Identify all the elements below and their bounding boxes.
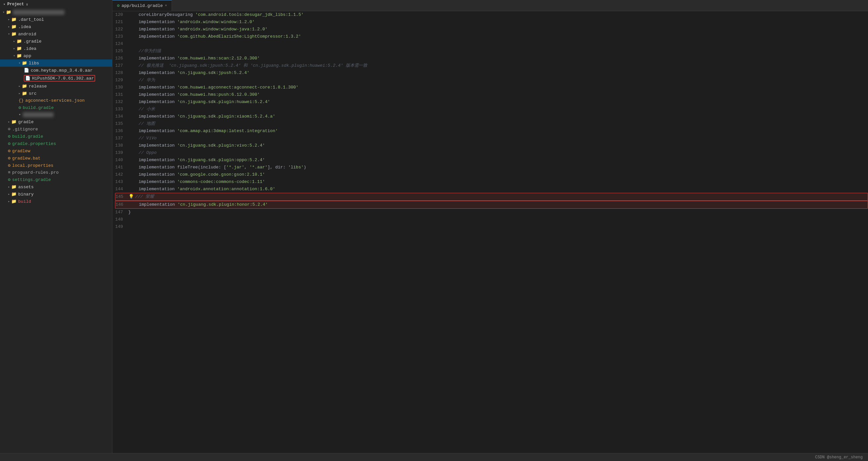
tree-item-label: app [24, 54, 31, 59]
tree-item-label: src [29, 91, 36, 96]
folder-expand-icon: ▸ [8, 199, 10, 203]
tree-item-idea_root[interactable]: ▸📁.idea [0, 23, 112, 30]
line-content: implementation 'cn.jiguang.sdk.plugin:ho… [129, 201, 868, 208]
tree-item-gradle_android[interactable]: ▸📁.gradle [0, 38, 112, 45]
status-bar: CSDN @sheng_er_sheng [0, 453, 868, 461]
tree-item-libs[interactable]: ▾📁libs [0, 60, 112, 67]
code-token: implementation [128, 34, 177, 39]
code-token: // 华为 [128, 77, 155, 83]
tree-item-root[interactable]: ▾📁████████████████████ [0, 8, 112, 16]
line-number: 128 [115, 69, 128, 77]
tree-item-agconnect[interactable]: {}agconnect-services.json [0, 97, 112, 104]
tree-item-heytap[interactable]: 📄com.heytap.msp_3.4.0.aar [0, 67, 112, 74]
project-header[interactable]: ▾ Project ∨ [0, 0, 112, 8]
code-editor[interactable]: 120 coreLibraryDesugaring 'com.android.t… [113, 11, 868, 453]
code-line-145: 145💡/// 荣耀 [115, 193, 868, 201]
tree-item-release[interactable]: ▸📁release [0, 83, 112, 90]
tree-item-label: agconnect-services.json [26, 98, 85, 103]
tree-item-label: assets [18, 185, 34, 190]
line-number: 133 [115, 106, 128, 113]
tree-item-gitignore[interactable]: ⊙.gitignore [0, 126, 112, 133]
line-number: 124 [115, 40, 128, 47]
code-token: implementation [128, 92, 177, 97]
status-text: CSDN @sheng_er_sheng [815, 455, 863, 460]
line-content: implementation 'androidx.window:window-j… [128, 26, 868, 33]
code-token: 'cn.jiguang.sdk:jpush:5.2.4' [177, 70, 249, 75]
code-token: , [244, 165, 250, 170]
folder-icon: 📁 [17, 46, 22, 51]
code-token: // ViVo [128, 136, 157, 141]
tree-item-binary[interactable]: ▸📁binary [0, 191, 112, 198]
line-number: 140 [115, 157, 128, 164]
aar-file-icon: 📄 [25, 76, 30, 81]
file-plain-icon: ≡ [8, 170, 10, 175]
tree-item-gradlew[interactable]: ⚙gradlew [0, 147, 112, 155]
folder-icon: 📁 [11, 119, 17, 125]
folder-expand-icon: ▾ [19, 61, 21, 65]
tree-item-app[interactable]: ▾📁app [0, 52, 112, 60]
tab-build-gradle[interactable]: ⚙ app/build.gradle × [113, 0, 172, 11]
folder-icon: 📁 [11, 192, 17, 197]
dropdown-icon: ∨ [26, 2, 28, 7]
tree-item-label: ████████████████████ [13, 10, 64, 15]
tree-item-blurred_app[interactable]: ▪████████████ [0, 111, 112, 118]
tree-item-gradle_properties[interactable]: ⚙gradle.properties [0, 140, 112, 147]
tree-item-settings_gradle[interactable]: ⚙settings.gradle [0, 176, 112, 183]
tree-item-assets[interactable]: ▸📁assets [0, 183, 112, 191]
folder-expand-icon: ▸ [13, 46, 15, 51]
folder-expand-icon: ▸ [8, 185, 10, 189]
code-line-135: 135 // 地图 [115, 120, 868, 128]
tree-item-label: gradlew.bat [12, 156, 41, 161]
code-line-123: 123 implementation 'com.github.AbedElazi… [115, 33, 868, 40]
tree-item-src[interactable]: ▸📁src [0, 90, 112, 97]
tree-item-label: .gradle [24, 39, 42, 44]
line-number: 122 [115, 26, 128, 33]
tree-item-label: build [18, 199, 31, 204]
line-content: implementation 'androidx.window:window:1… [128, 19, 868, 26]
file-circle-icon: ⊙ [8, 127, 10, 132]
code-token: 'libs' [288, 165, 304, 170]
tree-item-hipush[interactable]: 📄HiPushSDK-7.0.61.302.aar [0, 74, 112, 83]
code-line-148: 148 [115, 216, 868, 223]
tree-item-android[interactable]: ▾📁android [0, 30, 112, 38]
tree-item-local_properties[interactable]: ⚙local.properties [0, 162, 112, 169]
line-number: 139 [115, 149, 128, 157]
line-content: // 极光推送 'cn.jiguang.sdk:jpush:5.2.4' 和 '… [128, 62, 868, 69]
tree-item-build[interactable]: ▸📁build [0, 198, 112, 205]
file-icon: ⚙ [8, 148, 10, 154]
tree-item-gradlew_bat[interactable]: ⚙gradlew.bat [0, 155, 112, 162]
code-line-144: 144 implementation 'androidx.annotation:… [115, 186, 868, 193]
code-line-124: 124 [115, 40, 868, 47]
code-token: // 小米 [128, 107, 155, 111]
folder-expand-icon: ▸ [8, 120, 10, 124]
code-line-126: 126 implementation 'com.huawei.hms:scan:… [115, 55, 868, 62]
gradle-file-icon: ⚙ [117, 3, 120, 8]
project-header-label: Project [7, 2, 24, 7]
line-number: 135 [115, 120, 128, 128]
tree-item-label: build.gradle [23, 105, 54, 110]
tree-item-proguard[interactable]: ≡proguard-rules.pro [0, 169, 112, 176]
tree-item-build_gradle_root[interactable]: ⚙build.gradle [0, 133, 112, 140]
tree-item-gradle_root[interactable]: ▸📁gradle [0, 118, 112, 126]
line-content: implementation 'com.huawei.hms:scan:2.12… [128, 55, 868, 62]
code-token: 'cn.jiguang.sdk.plugin:xiaomi:5.2.4.a' [177, 114, 275, 119]
code-token: // Oppo [128, 150, 157, 155]
tree-item-label: com.heytap.msp_3.4.0.aar [31, 68, 93, 73]
code-token: '*.jar' [226, 165, 244, 170]
code-line-130: 130 implementation 'com.huawei.agconnect… [115, 84, 868, 91]
line-number: 131 [115, 91, 128, 98]
gradle-icon: ⚙ [19, 105, 21, 110]
line-content: // ViVo [128, 135, 868, 142]
tree-item-build_gradle_app[interactable]: ⚙build.gradle [0, 104, 112, 111]
line-content: // Oppo [128, 149, 868, 157]
line-number: 144 [115, 186, 128, 193]
code-line-132: 132 implementation 'cn.jiguang.sdk.plugi… [115, 98, 868, 106]
line-content: // 华为 [128, 77, 868, 84]
line-content: implementation 'commons-codec:commons-co… [128, 178, 868, 186]
tree-item-idea_android[interactable]: ▸📁.idea [0, 45, 112, 52]
code-token: implementation [128, 27, 177, 32]
tab-close-button[interactable]: × [165, 4, 167, 8]
folder-expand-icon: ▸ [8, 18, 10, 22]
code-line-122: 122 implementation 'androidx.window:wind… [115, 26, 868, 33]
tree-item-dart_tool[interactable]: ▸📁.dart_tool [0, 16, 112, 23]
